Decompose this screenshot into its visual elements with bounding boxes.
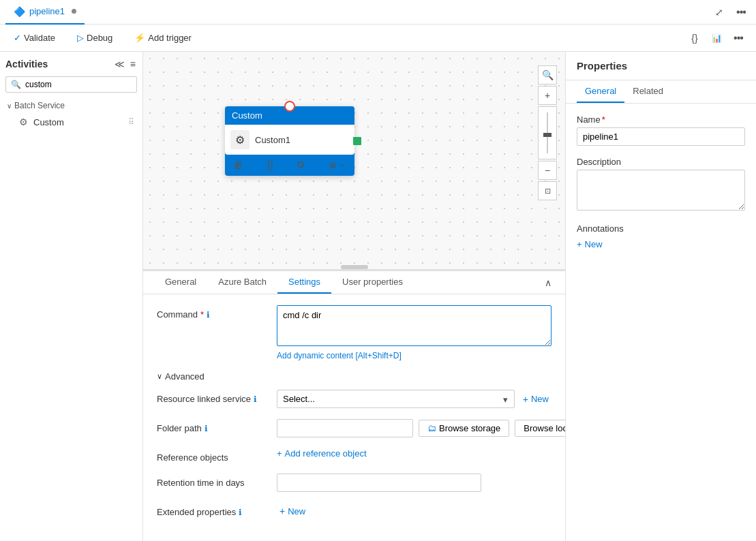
resource-new-label: New: [531, 394, 549, 404]
code-icon[interactable]: {}: [264, 158, 276, 172]
drag-handle[interactable]: ⠿: [128, 117, 134, 127]
tab-dot: [72, 9, 76, 14]
properties-title: Properties: [566, 52, 756, 80]
resource-linked-info-icon[interactable]: ℹ: [254, 395, 257, 404]
sidebar-title: Activities: [5, 59, 110, 69]
plus-icon: +: [523, 394, 528, 405]
extended-props-row: Extended properties ℹ + New: [157, 503, 551, 519]
batch-service-label: Batch Service: [14, 101, 65, 110]
tab-azure-batch[interactable]: Azure Batch: [207, 271, 277, 294]
canvas-search-button[interactable]: 🔍: [538, 65, 557, 84]
more-toolbar-icon[interactable]: •••: [729, 29, 748, 48]
pipeline-tab-label: pipeline1: [29, 6, 65, 16]
node-icon: ⚙: [230, 130, 250, 149]
resource-new-button[interactable]: + New: [520, 391, 551, 407]
plus-icon: +: [577, 239, 582, 249]
plus-icon: +: [279, 506, 285, 516]
command-input[interactable]: cmd /c dir: [277, 305, 551, 346]
pipeline-tab[interactable]: 🔷 pipeline1: [5, 0, 85, 25]
select-wrapper: Select...: [277, 390, 515, 408]
annotations-new-button[interactable]: + New: [577, 239, 745, 249]
command-label: Command * ℹ: [157, 305, 266, 320]
advanced-toggle[interactable]: ∨ Advanced: [157, 371, 551, 382]
browse-local-button[interactable]: Browse local: [515, 420, 565, 437]
add-trigger-button[interactable]: ⚡ Add trigger: [129, 30, 197, 46]
extended-new-label: New: [288, 506, 305, 516]
canvas-controls: 🔍 + − ⊡: [538, 65, 557, 200]
slider-track: [547, 112, 548, 153]
folder-path-info-icon[interactable]: ℹ: [205, 424, 208, 433]
resource-linked-row: Resource linked service ℹ Select... + Ne…: [157, 390, 551, 408]
sidebar: Activities ≪ ≡ 🔍 ∨ Batch Service ⚙ Custo…: [0, 52, 143, 541]
node-container: Custom ⚙ Custom1 🗑 {} ⧉ ⊕→: [225, 106, 354, 176]
extended-new-button[interactable]: + New: [277, 503, 308, 519]
resource-linked-select[interactable]: Select...: [277, 390, 515, 408]
retention-label: Retention time in days: [157, 474, 266, 488]
canvas-fit-button[interactable]: ⊡: [538, 181, 557, 200]
validate-button[interactable]: ✓ Validate: [8, 30, 61, 46]
expand-icon[interactable]: ⤢: [710, 3, 729, 22]
properties-panel: Properties General Related Name * Descri…: [565, 52, 756, 541]
code-button[interactable]: {}: [685, 29, 704, 48]
more-options-icon[interactable]: •••: [731, 3, 751, 22]
collapse-icon[interactable]: ≪: [113, 57, 126, 71]
folder-icon: 🗂: [427, 423, 436, 433]
name-field: Name *: [577, 114, 745, 146]
copy-icon[interactable]: ⧉: [294, 157, 307, 172]
dynamic-content-link[interactable]: Add dynamic content [Alt+Shift+D]: [277, 351, 551, 360]
extended-props-info-icon[interactable]: ℹ: [239, 508, 242, 517]
filter-icon[interactable]: ≡: [129, 57, 137, 71]
slider-thumb[interactable]: [543, 133, 551, 137]
description-input[interactable]: [577, 170, 745, 211]
validate-icon: ✓: [14, 33, 21, 43]
folder-path-row: Folder path ℹ 🗂 Browse storage Browse lo…: [157, 419, 551, 437]
tab-settings[interactable]: Settings: [277, 271, 331, 294]
monitor-button[interactable]: 📊: [707, 29, 726, 48]
command-info-icon[interactable]: ℹ: [207, 310, 210, 320]
toolbar: ✓ Validate ▷ Debug ⚡ Add trigger {} 📊 ••…: [0, 25, 756, 52]
settings-panel: Command * ℹ cmd /c dir Add dynamic conte…: [143, 294, 565, 541]
properties-tab-related[interactable]: Related: [624, 80, 671, 103]
command-field: cmd /c dir Add dynamic content [Alt+Shif…: [277, 305, 551, 360]
panel-collapse-button[interactable]: ∧: [542, 275, 554, 291]
node-title: Custom: [232, 110, 262, 121]
trigger-icon: ⚡: [134, 33, 145, 43]
batch-service-header[interactable]: ∨ Batch Service: [3, 98, 140, 113]
validate-label: Validate: [24, 33, 55, 43]
sidebar-item-custom[interactable]: ⚙ Custom ⠿: [3, 113, 140, 131]
activity-node[interactable]: Custom ⚙ Custom1 🗑 {} ⧉ ⊕→: [225, 106, 354, 176]
browse-storage-label: Browse storage: [439, 423, 500, 433]
extended-props-label: Extended properties ℹ: [157, 503, 266, 517]
node-name[interactable]: Custom1: [255, 135, 290, 145]
tab-general[interactable]: General: [154, 271, 207, 294]
add-reference-button[interactable]: + Add reference object: [277, 448, 367, 459]
panel-resize-handle[interactable]: [341, 265, 368, 269]
retention-row: Retention time in days: [157, 474, 551, 492]
canvas-zoom-in-button[interactable]: +: [538, 86, 557, 105]
debug-label: Debug: [87, 33, 112, 43]
canvas-zoom-out-button[interactable]: −: [538, 161, 557, 180]
plus-icon: +: [277, 448, 282, 459]
node-right-connector[interactable]: [353, 137, 361, 145]
folder-path-input[interactable]: [277, 419, 413, 437]
add-reference-label: Add reference object: [285, 448, 367, 459]
debug-button[interactable]: ▷ Debug: [72, 30, 118, 46]
search-input[interactable]: [5, 76, 137, 93]
tab-bar: 🔷 pipeline1 ⤢ •••: [0, 0, 756, 25]
tab-user-properties[interactable]: User properties: [331, 271, 414, 294]
delete-icon[interactable]: 🗑: [230, 158, 245, 172]
advanced-chevron-icon: ∨: [157, 372, 162, 381]
retention-input[interactable]: [277, 474, 481, 492]
properties-tab-general[interactable]: General: [577, 80, 624, 103]
browse-storage-button[interactable]: 🗂 Browse storage: [419, 420, 509, 437]
sidebar-header: Activities ≪ ≡: [0, 52, 142, 76]
canvas-zoom-slider[interactable]: [538, 106, 557, 159]
reference-objects-row: Reference objects + Add reference object: [157, 448, 551, 463]
folder-path-controls: 🗂 Browse storage Browse local: [277, 419, 565, 437]
node-top-connector[interactable]: [284, 101, 295, 112]
advanced-label: Advanced: [165, 371, 205, 382]
arrow-icon[interactable]: ⊕→: [326, 158, 349, 172]
canvas[interactable]: Custom ⚙ Custom1 🗑 {} ⧉ ⊕→: [143, 52, 565, 269]
name-input[interactable]: [577, 127, 745, 146]
gear-icon: ⚙: [19, 117, 28, 127]
